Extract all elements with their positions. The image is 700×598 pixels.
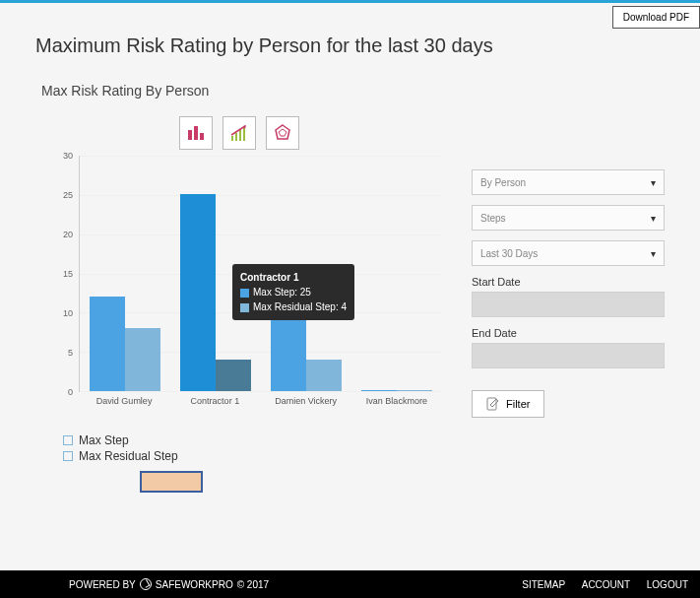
start-date-input[interactable] <box>472 292 665 317</box>
svg-rect-6 <box>243 127 245 141</box>
bar <box>180 194 216 391</box>
chart-legend: Max Step Max Residual Step <box>63 433 442 493</box>
color-swatch <box>140 471 203 493</box>
bar <box>216 360 251 391</box>
chevron-down-icon: ▾ <box>651 248 656 259</box>
bar <box>306 360 342 391</box>
y-tick-label: 10 <box>63 308 73 318</box>
trend-chart-icon[interactable] <box>223 116 256 150</box>
bar <box>125 328 160 391</box>
y-tick-label: 15 <box>63 269 73 279</box>
x-tick-label: David Gumley <box>79 392 169 412</box>
download-pdf-button[interactable]: Download PDF <box>612 6 700 29</box>
svg-rect-4 <box>235 133 237 141</box>
svg-rect-1 <box>194 126 198 140</box>
pencil-icon <box>486 397 500 411</box>
legend-item: Max Step <box>79 433 129 447</box>
footer-link-account[interactable]: ACCOUNT <box>582 579 630 590</box>
bar-group[interactable] <box>351 390 442 391</box>
y-tick-label: 25 <box>63 190 73 200</box>
select-value: Steps <box>480 213 506 224</box>
radar-chart-icon[interactable] <box>266 116 299 150</box>
tooltip-line2-label: Max Residual Step <box>253 301 336 312</box>
y-tick-label: 20 <box>63 230 73 239</box>
chart-tooltip: Contractor 1 Max Step: 25 Max Residual S… <box>232 264 354 320</box>
chart-plot: 051015202530 David GumleyContractor 1Dam… <box>55 156 442 412</box>
select-value: Last 30 Days <box>480 248 538 259</box>
groupby-select[interactable]: By Person ▾ <box>472 169 665 195</box>
y-tick-label: 30 <box>63 151 73 161</box>
legend-item: Max Residual Step <box>79 449 178 463</box>
y-tick-label: 5 <box>68 348 73 358</box>
tooltip-title: Contractor 1 <box>240 272 298 283</box>
svg-marker-7 <box>276 125 289 139</box>
end-date-label: End Date <box>472 327 665 339</box>
svg-rect-0 <box>188 130 192 140</box>
bar <box>397 390 432 391</box>
start-date-label: Start Date <box>472 276 665 288</box>
tooltip-line1-value: 25 <box>300 287 311 298</box>
metric-select[interactable]: Steps ▾ <box>472 205 665 231</box>
bar-chart-icon[interactable] <box>179 116 213 150</box>
bar <box>271 320 306 391</box>
chart-subtitle: Max Risk Rating By Person <box>41 83 665 99</box>
svg-rect-5 <box>239 130 241 141</box>
page-footer: POWERED BY SAFEWORKPRO © 2017 SITEMAP AC… <box>0 570 700 598</box>
svg-rect-2 <box>200 133 204 140</box>
bar-group[interactable] <box>261 320 351 391</box>
tooltip-line2-value: 4 <box>342 301 348 312</box>
svg-rect-3 <box>231 136 233 141</box>
svg-marker-8 <box>279 129 286 136</box>
chart-type-toolbar <box>35 116 442 150</box>
footer-link-sitemap[interactable]: SITEMAP <box>522 579 565 590</box>
filter-button-label: Filter <box>506 398 530 410</box>
filter-panel: By Person ▾ Steps ▾ Last 30 Days ▾ Start… <box>472 116 665 493</box>
footer-powered: POWERED BY <box>69 579 136 590</box>
page-title: Maximum Risk Rating by Person for the la… <box>35 34 665 57</box>
x-tick-label: Contractor 1 <box>169 392 260 412</box>
footer-link-logout[interactable]: LOGOUT <box>647 579 688 590</box>
bar-group[interactable] <box>80 297 170 391</box>
footer-brand: SAFEWORKPRO <box>156 579 233 590</box>
bar <box>361 390 397 391</box>
filter-button[interactable]: Filter <box>472 390 544 418</box>
end-date-input[interactable] <box>472 343 665 368</box>
legend-swatch-icon <box>63 451 73 461</box>
x-tick-label: Ivan Blackmore <box>351 392 442 412</box>
select-value: By Person <box>480 177 526 188</box>
brand-logo-icon <box>140 578 152 590</box>
bar <box>90 297 125 391</box>
legend-swatch-icon <box>63 435 73 445</box>
chevron-down-icon: ▾ <box>651 177 656 188</box>
y-tick-label: 0 <box>68 387 73 397</box>
chevron-down-icon: ▾ <box>651 213 656 224</box>
x-tick-label: Damien Vickery <box>261 392 351 412</box>
range-select[interactable]: Last 30 Days ▾ <box>472 240 665 266</box>
tooltip-line1-label: Max Step <box>253 287 294 298</box>
footer-copyright: © 2017 <box>237 579 269 590</box>
